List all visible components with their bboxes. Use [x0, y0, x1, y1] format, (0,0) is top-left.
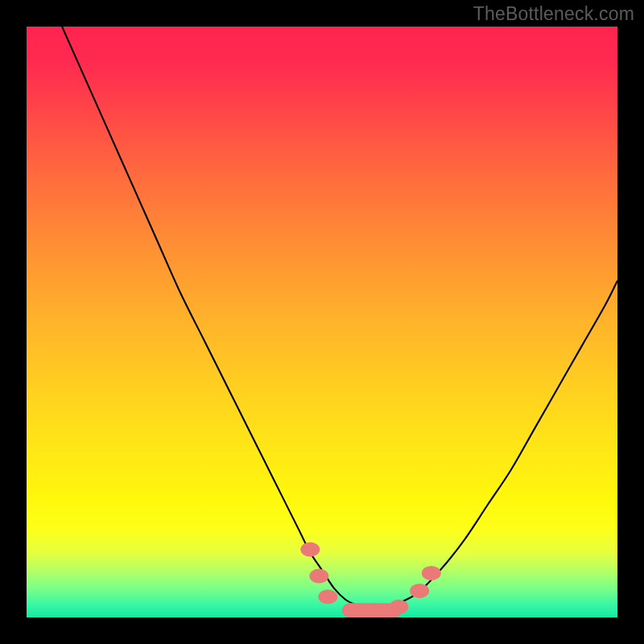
bottleneck-curve-path	[62, 27, 617, 613]
watermark-text: TheBottleneck.com	[473, 3, 634, 25]
curve-markers	[300, 543, 440, 617]
curve-marker	[422, 566, 441, 580]
curve-layer	[27, 27, 617, 617]
chart-frame: TheBottleneck.com	[0, 0, 644, 644]
curve-marker-capsule	[343, 603, 402, 617]
plot-area	[27, 27, 617, 617]
curve-marker	[410, 584, 429, 598]
curve-marker	[318, 589, 337, 604]
curve-marker	[309, 569, 328, 584]
curve-marker	[300, 543, 320, 557]
